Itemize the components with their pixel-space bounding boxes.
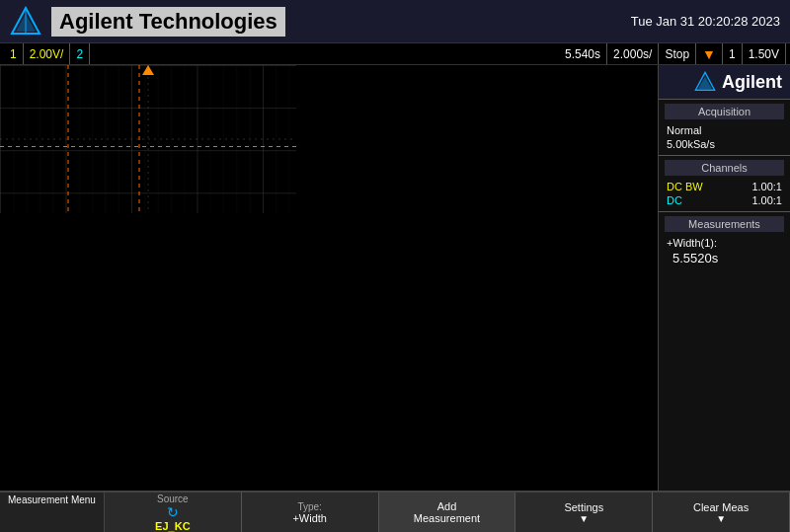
refresh-icon: ↻: [167, 504, 179, 520]
add-meas-sublabel: Measurement: [414, 512, 480, 524]
acquisition-mode: Normal: [667, 124, 701, 136]
ch1-label: DC BW: [667, 181, 703, 192]
acquisition-section: Acquisition Normal 5.00kSa/s: [659, 99, 790, 155]
source-label: Source: [157, 494, 189, 504]
ch1-scale: 2.00V/: [24, 43, 71, 64]
time-position: 5.540s: [559, 43, 607, 64]
header-left: Agilent Technologies: [10, 6, 285, 38]
type-button[interactable]: Type: +Width: [242, 493, 379, 532]
agilent-logo-icon: [10, 6, 41, 38]
add-meas-label: Add: [437, 500, 457, 512]
acquisition-rate-row: 5.00kSa/s: [665, 137, 784, 151]
channels-title: Channels: [665, 160, 784, 176]
trigger-level: 1.50V: [743, 43, 786, 64]
app-title: Agilent Technologies: [51, 7, 285, 37]
run-stop-status: Stop: [659, 43, 696, 64]
ch1-row: DC BW 1.00:1: [665, 180, 784, 193]
status-bar: 1 2.00V/ 2 5.540s 2.000s/ Stop ▼ 1 1.50V: [0, 43, 790, 65]
type-value: +Width: [292, 512, 327, 524]
ch2-number: 2: [70, 43, 90, 64]
meas1-label: +Width(1):: [665, 236, 784, 250]
measurements-section: Measurements +Width(1): 5.5520s: [659, 211, 790, 273]
clear-meas-button[interactable]: Clear Meas ▼: [653, 493, 790, 532]
right-panel: Agilent Acquisition Normal 5.00kSa/s Cha…: [658, 65, 790, 491]
time-scale: 2.000s/: [607, 43, 659, 64]
meas1-value: 5.5520s: [665, 250, 784, 269]
source-button[interactable]: Source ↻ EJ_KC: [105, 493, 242, 532]
header: Agilent Technologies Tue Jan 31 20:20:28…: [0, 0, 790, 43]
measurement-menu-label: Measurement Menu: [0, 493, 105, 532]
grid-canvas: T 1▶ EJ_KC: [0, 65, 296, 213]
agilent-panel-logo-icon: [694, 71, 716, 93]
main-area: T 1▶ EJ_KC Agilent Acquisition Normal 5.…: [0, 65, 790, 491]
scope-screen: T 1▶ EJ_KC: [0, 65, 658, 491]
clear-meas-arrow-icon: ▼: [716, 513, 726, 524]
acquisition-mode-row: Normal: [665, 123, 784, 137]
datetime-display: Tue Jan 31 20:20:28 2023: [631, 14, 780, 29]
bottom-bar: Measurement Menu Source ↻ EJ_KC Type: +W…: [0, 491, 790, 532]
clear-meas-label: Clear Meas: [693, 501, 749, 513]
acquisition-rate: 5.00kSa/s: [667, 138, 715, 150]
trigger-channel: 1: [723, 43, 743, 64]
acquisition-title: Acquisition: [665, 104, 784, 119]
channels-section: Channels DC BW 1.00:1 DC 1.00:1: [659, 155, 790, 211]
settings-arrow-icon: ▼: [579, 513, 589, 524]
ch2-label: DC: [667, 194, 682, 206]
panel-logo: Agilent: [659, 65, 790, 99]
ch2-row: DC 1.00:1: [665, 193, 784, 207]
trigger-arrow-icon: ▼: [696, 43, 723, 64]
type-label: Type:: [297, 501, 321, 512]
settings-button[interactable]: Settings ▼: [515, 493, 653, 532]
ch1-number: 1: [4, 43, 24, 64]
panel-brand-name: Agilent: [722, 72, 782, 93]
ch2-value: 1.00:1: [751, 194, 782, 206]
source-value: EJ_KC: [155, 520, 190, 532]
settings-label: Settings: [564, 501, 603, 513]
ch1-value: 1.00:1: [751, 181, 782, 192]
measurements-title: Measurements: [665, 216, 784, 232]
add-measurement-button[interactable]: Add Measurement: [379, 493, 516, 532]
